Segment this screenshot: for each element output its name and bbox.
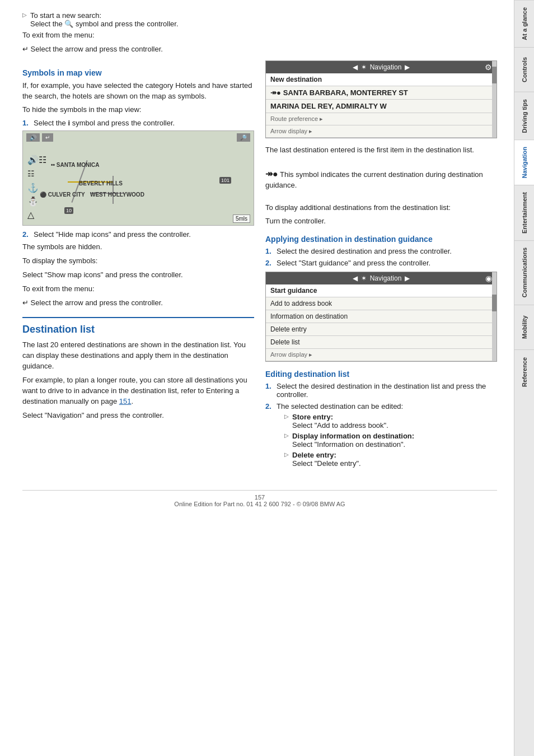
copyright-text: Online Edition for Part no. 01 41 2 600 … (174, 501, 345, 507)
settings-icon: ⚙ (485, 63, 492, 72)
page-number: 157 (255, 494, 265, 501)
nav-header-bottom: ◀ ✶ Navigation ▶ ◉ (266, 272, 496, 284)
step1-num: 1. (22, 119, 30, 127)
nav-ui-top: ◀ ✶ Navigation ▶ ⚙ New destination ↠● SA… (265, 60, 497, 138)
store-triangle: ▷ (284, 413, 289, 419)
edit-step2-text: The selected destination can be edited: (277, 402, 403, 410)
nav-item-start-guidance[interactable]: Start guidance (266, 284, 496, 297)
sidebar-tab-navigation[interactable]: Navigation (514, 139, 534, 185)
sidebar-tab-reference[interactable]: Reference (514, 349, 534, 394)
apply-step2-num: 2. (265, 259, 273, 267)
map-scale: 5mls (233, 214, 250, 223)
step2-num: 2. (22, 230, 30, 239)
edit-step2-num: 2. (265, 402, 273, 410)
double-arrow-icon: ↠● (270, 88, 281, 97)
nav-item-route-pref[interactable]: Route preference ▸ (266, 113, 496, 125)
map-label-santa-monica: •• SANTA MONICA (51, 162, 99, 168)
display-triangle: ▷ (284, 432, 289, 438)
nav-item-delete-list[interactable]: Delete list (266, 336, 496, 349)
show-symbols-label: To display the symbols: (22, 256, 254, 267)
nav-icon: ✶ (361, 63, 367, 71)
start-search-detail: Select the 🔍 symbol and press the contro… (30, 20, 179, 28)
nav-item-arrow-display-top[interactable]: Arrow display ▸ (266, 125, 496, 138)
nav-item-santa-barbara[interactable]: ↠● SANTA BARBARA, MONTERREY ST (266, 86, 496, 100)
map-search-btn[interactable]: 🔎 (237, 133, 250, 142)
delete-triangle: ▷ (284, 451, 289, 458)
nav-left-arrow-bot: ◀ (353, 274, 358, 282)
nav-right-arrow: ▶ (405, 63, 410, 71)
edit-step1-num: 1. (265, 382, 273, 390)
nav-icon-bot: ✶ (361, 274, 367, 282)
dest-list-para1: The last 20 entered destinations are sho… (22, 340, 254, 372)
exit2-label: To exit from the menu: (22, 284, 254, 295)
start-search-bullet: ▷ To start a new search: Select the 🔍 sy… (22, 11, 497, 28)
nav-header-top: ◀ ✶ Navigation ▶ ⚙ (266, 61, 496, 73)
map-back-btn[interactable]: ↵ (42, 133, 53, 142)
step2-text: Select "Hide map icons" and press the co… (34, 230, 191, 239)
edit-step1-text: Select the desired destination in the de… (277, 382, 497, 399)
road-badge: 10 (64, 207, 73, 214)
symbols-hidden: The symbols are hidden. (22, 242, 254, 253)
display-additional-label: To display additional destinations from … (265, 203, 497, 213)
symbols-heading: Symbols in map view (22, 68, 254, 77)
sidebar-tab-driving-tips[interactable]: Driving tips (514, 92, 534, 140)
dest-list-para3: Select "Navigation" and press the contro… (22, 410, 254, 421)
nav-item-marina-del-rey[interactable]: MARINA DEL REY, ADMIRALTY W (266, 100, 496, 113)
sidebar: At a glance Controls Driving tips Naviga… (514, 0, 534, 756)
arrow-sym-desc: ↠● This symbol indicates the current des… (265, 167, 497, 191)
dest-first-item-text: The last destination entered is the firs… (265, 145, 497, 156)
edit-store-text: Select "Add to address book". (292, 421, 388, 430)
page-footer: 157 Online Edition for Part no. 01 41 2 … (22, 490, 497, 507)
sidebar-tab-controls[interactable]: Controls (514, 47, 534, 92)
nav-title-top: Navigation (370, 63, 402, 71)
dest-list-heading: Destination list (22, 324, 254, 335)
exit2-detail: ↵ Select the arrow and press the control… (22, 298, 254, 309)
exit-detail: ↵ Select the arrow and press the control… (22, 44, 497, 55)
start-search-label: To start a new search: (30, 11, 101, 20)
settings-icon-bot: ◉ (485, 274, 492, 283)
map-distance-badge: 101 (219, 177, 231, 184)
nav-item-new-dest[interactable]: New destination (266, 73, 496, 86)
sidebar-tab-mobility[interactable]: Mobility (514, 305, 534, 349)
nav-ui-bottom: ◀ ✶ Navigation ▶ ◉ Start guidance Add to… (265, 272, 497, 362)
sidebar-tab-at-a-glance[interactable]: At a glance (514, 0, 534, 47)
sidebar-tab-entertainment[interactable]: Entertainment (514, 185, 534, 240)
apply-step1-text: Select the desired destination and press… (277, 247, 452, 255)
edit-display-bullet: ▷ Display information on destination: Se… (284, 432, 414, 449)
symbols-para1: If, for example, you have selected the c… (22, 81, 254, 102)
sidebar-tab-communications[interactable]: Communications (514, 240, 534, 304)
nav-left-arrow: ◀ (353, 63, 358, 71)
edit-store-label: Store entry: (292, 413, 333, 421)
nav-item-info-dest[interactable]: Information on destination (266, 310, 496, 323)
nav-title-bottom: Navigation (370, 274, 402, 282)
edit-display-label: Display information on destination: (292, 432, 414, 440)
turn-controller: Turn the controller. (265, 216, 497, 227)
exit-label: To exit from the menu: (22, 30, 497, 41)
edit-store-bullet: ▷ Store entry: Select "Add to address bo… (284, 413, 414, 430)
edit-display-text: Select "Information on destination". (292, 440, 405, 449)
hide-label: To hide the symbols in the map view: (22, 105, 254, 115)
apply-step2-text: Select "Start guidance" and press the co… (277, 259, 430, 267)
nav-item-arrow-display-bot[interactable]: Arrow display ▸ (266, 349, 496, 361)
edit-delete-bullet: ▷ Delete entry: Select "Delete entry". (284, 451, 414, 468)
map-sound-btn[interactable]: 🔊 (26, 133, 40, 142)
edit-delete-text: Select "Delete entry". (292, 459, 361, 468)
map-label-culver-city: ⚫ CULVER CITY (40, 192, 85, 198)
nav-right-arrow-bot: ▶ (405, 274, 410, 282)
triangle-icon: ▷ (22, 12, 27, 18)
apply-step1-num: 1. (265, 247, 273, 255)
nav-item-add-address[interactable]: Add to address book (266, 297, 496, 310)
step1-text: Select the i symbol and press the contro… (34, 119, 175, 127)
nav-item-delete-entry[interactable]: Delete entry (266, 323, 496, 336)
dest-arrow-symbol: ↠● (265, 169, 278, 179)
edit-delete-label: Delete entry: (292, 451, 336, 459)
show-symbols-text: Select "Show map icons" and press the co… (22, 270, 254, 281)
dest-list-para2: For example, to plan a longer route, you… (22, 375, 254, 407)
page-link[interactable]: 151 (119, 397, 132, 405)
map-label-beverly-hills: BEVERLY HILLS (79, 180, 123, 186)
hide-steps-list: 1. Select the i symbol and press the con… (22, 119, 254, 127)
map-image: 🔊 ↵ 🔎 •• SANTA MONICA BEVERLY HILLS (22, 130, 254, 226)
applying-heading: Applying destination in destination guid… (265, 235, 497, 244)
editing-heading: Editing destination list (265, 370, 497, 379)
map-label-west-hollywood: WEST HOLLYWOOD (90, 192, 144, 198)
